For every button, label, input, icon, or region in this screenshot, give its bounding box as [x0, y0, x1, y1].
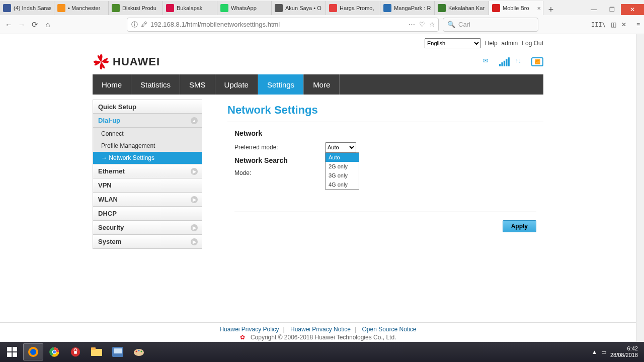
logout-link[interactable]: Log Out — [522, 40, 543, 47]
taskbar-firefox-icon[interactable] — [23, 343, 43, 360]
nav-update[interactable]: Update — [215, 74, 258, 95]
taskbar-clock[interactable]: 6:42 28/08/2018 — [610, 345, 638, 358]
svg-point-22 — [138, 350, 140, 351]
help-link[interactable]: Help — [485, 40, 498, 47]
browser-tab[interactable]: Bukalapak — [163, 1, 217, 15]
tab-label: MangaPark : R — [394, 5, 431, 11]
browser-tab[interactable]: WhatsApp — [217, 1, 272, 15]
tab-label: Diskusi Produ — [122, 5, 156, 11]
library-icon[interactable]: III\ — [591, 21, 606, 28]
footer-link[interactable]: Huawei Privacy Policy — [219, 326, 279, 333]
nav-statistics[interactable]: Statistics — [131, 74, 180, 95]
tray-up-icon[interactable]: ▲ — [592, 349, 597, 355]
favicon — [329, 4, 337, 12]
svg-point-23 — [141, 351, 142, 352]
huawei-logo: HUAWEI — [93, 53, 160, 70]
nav-home[interactable]: Home — [93, 74, 131, 95]
window-close-button[interactable]: ✕ — [621, 4, 644, 15]
dropdown-option[interactable]: Auto — [326, 153, 359, 162]
sidebar-item-quick-setup[interactable]: Quick Setup — [93, 100, 202, 114]
sidebar-item-security[interactable]: Security▶ — [93, 221, 202, 235]
svg-rect-5 — [7, 347, 12, 351]
svg-rect-15 — [74, 351, 77, 354]
sidebar-item-dial-up[interactable]: Dial-up▲ — [93, 114, 202, 128]
close-panel-icon[interactable]: ✕ — [621, 21, 626, 28]
pocket-icon[interactable]: ♡ — [419, 21, 425, 28]
apply-button[interactable]: Apply — [503, 220, 536, 232]
sidebar-item-dhcp[interactable]: DHCP — [93, 207, 202, 221]
footer-link[interactable]: Huawei Privacy Notice — [290, 326, 351, 333]
forward-button[interactable]: → — [17, 20, 26, 29]
connection-icon: 🖉 — [141, 21, 147, 28]
sidebar-subitem[interactable]: → Network Settings — [93, 152, 202, 164]
more-actions-icon[interactable]: ⋯ — [409, 21, 415, 28]
preferred-mode-dropdown[interactable]: Auto2G only3G only4G only — [325, 152, 359, 190]
new-tab-button[interactable]: + — [543, 5, 558, 15]
taskbar-explorer-icon[interactable] — [87, 343, 107, 360]
browser-tab[interactable]: (4) Indah Saras — [0, 1, 54, 15]
taskbar-chrome-icon[interactable] — [44, 343, 64, 360]
home-button[interactable]: ⌂ — [43, 20, 52, 29]
browser-tab[interactable]: Akun Saya • O — [272, 1, 326, 15]
taskbar-security-icon[interactable] — [65, 343, 86, 360]
back-button[interactable]: ← — [4, 20, 13, 29]
sidebar-item-wlan[interactable]: WLAN▶ — [93, 193, 202, 207]
preferred-mode-select[interactable]: Auto — [325, 142, 356, 152]
browser-tab[interactable]: Mobile Bro× — [489, 1, 543, 15]
user-link[interactable]: admin — [502, 40, 518, 47]
browser-tab[interactable]: • Manchester — [54, 1, 109, 15]
svg-rect-0 — [499, 64, 501, 66]
page-utility-bar: English Help admin Log Out — [93, 34, 543, 49]
sidebar-item-ethernet[interactable]: Ethernet▶ — [93, 164, 202, 178]
sidebar-item-vpn[interactable]: VPN — [93, 178, 202, 193]
language-select[interactable]: English — [425, 38, 481, 48]
sidebar-subitem[interactable]: Profile Management — [93, 140, 202, 152]
start-button[interactable] — [2, 343, 22, 360]
section-network: Network — [234, 129, 543, 137]
chevron-icon: ▶ — [191, 168, 198, 175]
network-mode-icon: 📶 — [531, 57, 543, 66]
sidebar-item-system[interactable]: System▶ — [93, 235, 202, 249]
action-center-icon[interactable]: ▭ — [601, 349, 606, 355]
page-scrollbar[interactable] — [636, 34, 644, 342]
browser-tab[interactable]: Harga Promo, — [326, 1, 380, 15]
browser-tab[interactable]: MangaPark : R — [380, 1, 435, 15]
url-bar[interactable]: ⓘ 🖉 192.168.8.1/html/mobilenetworksettin… — [127, 18, 439, 32]
window-restore-button[interactable]: ❐ — [603, 4, 621, 15]
windows-taskbar[interactable]: ▲ ▭ 6:42 28/08/2018 — [0, 342, 644, 362]
chevron-icon: ▶ — [191, 238, 198, 245]
form-divider — [234, 212, 536, 212]
taskbar-app-icon[interactable] — [108, 343, 128, 360]
nav-sms[interactable]: SMS — [180, 74, 215, 95]
svg-rect-16 — [91, 349, 102, 356]
bookmark-star-icon[interactable]: ☆ — [429, 21, 435, 28]
browser-tab[interactable]: Diskusi Produ — [109, 1, 163, 15]
search-bar[interactable]: 🔍 Cari — [443, 18, 538, 32]
taskbar-paint-icon[interactable] — [129, 343, 149, 360]
menu-icon[interactable]: ≡ — [636, 21, 640, 28]
svg-point-13 — [52, 350, 56, 353]
footer-link[interactable]: Open Source Notice — [362, 326, 416, 333]
sidebar-toggle-icon[interactable]: ◫ — [611, 21, 616, 28]
svg-rect-1 — [501, 62, 503, 66]
sidebar-subitem[interactable]: Connect — [93, 128, 202, 140]
browser-tab[interactable]: Kekalahan Kar — [435, 1, 489, 15]
page-title: Network Settings — [227, 104, 543, 117]
reload-button[interactable]: ⟳ — [30, 20, 39, 29]
main-panel: Network Settings Network Preferred mode:… — [227, 100, 543, 249]
tab-close-icon[interactable]: × — [537, 5, 541, 12]
dropdown-option[interactable]: 3G only — [326, 171, 359, 180]
dropdown-option[interactable]: 4G only — [326, 180, 359, 189]
svg-rect-17 — [91, 347, 96, 350]
tab-label: Akun Saya • O — [285, 5, 321, 11]
nav-settings[interactable]: Settings — [258, 74, 304, 95]
mail-icon[interactable]: ✉ — [483, 57, 494, 66]
favicon — [275, 4, 283, 12]
nav-more[interactable]: More — [304, 74, 340, 95]
system-tray[interactable]: ▲ ▭ 6:42 28/08/2018 — [592, 345, 642, 358]
chevron-icon: ▶ — [191, 224, 198, 231]
window-minimize-button[interactable]: — — [585, 4, 603, 15]
tab-label: • Manchester — [68, 5, 100, 11]
main-nav: HomeStatisticsSMSUpdateSettingsMore — [93, 74, 543, 95]
dropdown-option[interactable]: 2G only — [326, 162, 359, 171]
